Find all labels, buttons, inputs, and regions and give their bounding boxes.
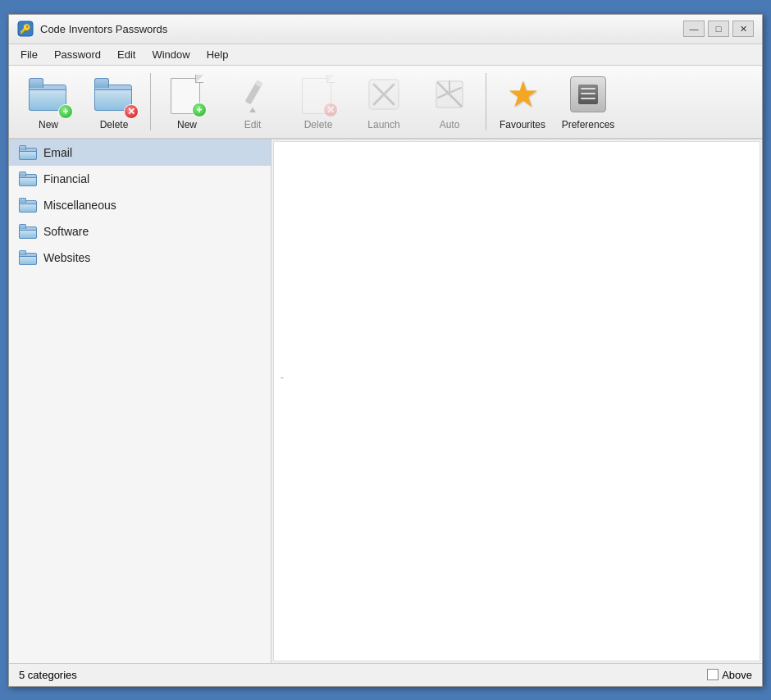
sidebar-item-financial-label: Financial bbox=[43, 172, 89, 185]
titlebar: 🔑 Code Inventors Passwords — □ ✕ bbox=[9, 15, 762, 44]
sidebar: Email Financial Miscellaneous bbox=[9, 140, 271, 663]
detail-cursor: - bbox=[281, 372, 284, 382]
favourites-button[interactable]: ★ Favourites bbox=[490, 70, 555, 134]
delete-folder-button[interactable]: ✕ Delete bbox=[81, 70, 147, 134]
statusbar: 5 categories Above bbox=[9, 663, 762, 686]
new-folder-label: New bbox=[39, 119, 58, 130]
toolbar-sep-2 bbox=[486, 73, 486, 130]
titlebar-controls: — □ ✕ bbox=[683, 21, 754, 37]
new-folder-plus-badge: + bbox=[58, 104, 73, 119]
launch-icon bbox=[363, 73, 405, 116]
menu-file[interactable]: File bbox=[12, 47, 46, 62]
miscellaneous-folder-icon bbox=[19, 198, 37, 213]
delete-password-icon: ✕ bbox=[297, 73, 340, 116]
above-checkbox-area[interactable]: Above bbox=[707, 669, 752, 681]
menu-help[interactable]: Help bbox=[198, 47, 237, 62]
app-icon: 🔑 bbox=[17, 21, 34, 37]
above-checkbox[interactable] bbox=[707, 669, 719, 680]
websites-folder-icon bbox=[19, 250, 37, 265]
minimize-button[interactable]: — bbox=[683, 21, 705, 37]
financial-folder-icon bbox=[19, 172, 37, 186]
preferences-icon bbox=[567, 73, 609, 116]
preferences-label: Preferences bbox=[562, 119, 615, 130]
auto-button[interactable]: Auto bbox=[417, 70, 482, 134]
delete-password-button[interactable]: ✕ Delete bbox=[285, 70, 351, 134]
detail-pane: - bbox=[273, 141, 760, 661]
new-password-plus-badge: + bbox=[192, 103, 207, 117]
svg-text:🔑: 🔑 bbox=[20, 23, 31, 34]
sidebar-item-email-label: Email bbox=[43, 146, 72, 159]
edit-label: Edit bbox=[244, 119, 262, 130]
delete-folder-x-badge: ✕ bbox=[124, 104, 139, 119]
delete-folder-label: Delete bbox=[100, 119, 129, 130]
titlebar-left: 🔑 Code Inventors Passwords bbox=[17, 21, 167, 37]
menu-window[interactable]: Window bbox=[144, 47, 198, 62]
software-folder-icon bbox=[19, 224, 37, 239]
edit-icon bbox=[231, 73, 274, 116]
main-window: 🔑 Code Inventors Passwords — □ ✕ File Pa… bbox=[8, 14, 763, 687]
sidebar-item-email[interactable]: Email bbox=[9, 140, 271, 166]
new-folder-button[interactable]: + New bbox=[16, 70, 81, 134]
svg-marker-3 bbox=[249, 108, 256, 112]
preferences-button[interactable]: Preferences bbox=[555, 70, 621, 134]
sidebar-item-miscellaneous[interactable]: Miscellaneous bbox=[9, 192, 271, 218]
above-label: Above bbox=[722, 669, 752, 681]
new-password-icon: + bbox=[166, 73, 208, 116]
categories-count: 5 categories bbox=[19, 669, 77, 681]
email-folder-icon bbox=[19, 145, 37, 160]
edit-button[interactable]: Edit bbox=[220, 70, 285, 134]
new-password-label: New bbox=[177, 119, 197, 130]
menu-edit[interactable]: Edit bbox=[109, 47, 144, 62]
auto-icon bbox=[428, 73, 471, 116]
star-icon: ★ bbox=[507, 76, 539, 112]
close-button[interactable]: ✕ bbox=[732, 21, 754, 37]
main-content: Email Financial Miscellaneous bbox=[9, 140, 762, 663]
sidebar-item-websites-label: Websites bbox=[43, 251, 90, 264]
new-folder-icon: + bbox=[27, 73, 70, 116]
launch-button[interactable]: Launch bbox=[351, 70, 417, 134]
sidebar-item-miscellaneous-label: Miscellaneous bbox=[43, 199, 116, 212]
launch-label: Launch bbox=[367, 119, 399, 130]
favourites-label: Favourites bbox=[500, 119, 545, 130]
sidebar-item-software[interactable]: Software bbox=[9, 218, 271, 245]
toolbar-sep-1 bbox=[150, 73, 151, 130]
menubar: File Password Edit Window Help bbox=[9, 44, 762, 66]
toolbar: + New ✕ Delete bbox=[9, 66, 762, 140]
menu-password[interactable]: Password bbox=[46, 47, 109, 62]
sidebar-item-software-label: Software bbox=[43, 225, 89, 238]
auto-label: Auto bbox=[440, 119, 460, 130]
delete-password-label: Delete bbox=[304, 119, 333, 130]
favourites-icon: ★ bbox=[501, 73, 544, 116]
new-password-button[interactable]: + New bbox=[154, 70, 220, 134]
sidebar-item-websites[interactable]: Websites bbox=[9, 245, 271, 271]
sidebar-item-financial[interactable]: Financial bbox=[9, 166, 271, 192]
delete-folder-icon: ✕ bbox=[93, 73, 135, 116]
window-title: Code Inventors Passwords bbox=[40, 23, 167, 35]
delete-password-x-badge: ✕ bbox=[323, 103, 338, 117]
statusbar-right: Above bbox=[707, 669, 752, 681]
maximize-button[interactable]: □ bbox=[708, 21, 729, 37]
